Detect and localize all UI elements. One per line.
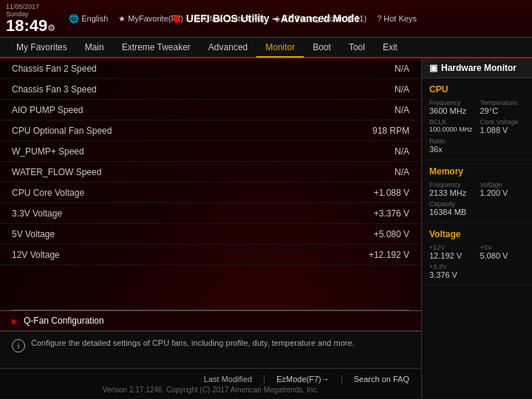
table-row: CPU Optional Fan Speed 918 RPM [0,120,421,141]
chevron-right-icon: ▶ [12,317,18,325]
ezmode-button[interactable]: EzMode(F7)→ [264,375,330,383]
setting-value: +3.376 V [374,208,409,219]
setting-label: WATER_FLOW Speed [12,167,101,177]
hw-cpu-grid: Frequency 3600 MHz Temperature 29°C BCLK… [429,99,525,134]
table-row: WATER_FLOW Speed N/A [0,162,421,183]
header-date: 11/05/2017 [6,3,39,10]
header-time: 18:49⚙ [6,18,55,34]
setting-value: +12.192 V [369,250,409,260]
nav-item-monitor[interactable]: Monitor [256,37,304,58]
hw-cpu-frequency: Frequency 3600 MHz [429,99,474,115]
setting-value: N/A [395,84,409,95]
setting-label: CPU Optional Fan Speed [12,126,112,136]
setting-label: Chassis Fan 2 Speed [12,64,97,74]
nav-item-extreme[interactable]: Extreme Tweaker [113,37,200,58]
hotkeys-icon-item[interactable]: ? Hot Keys [377,14,417,23]
last-modified-label: Last Modified [204,375,252,383]
hw-voltage-section: Voltage +12V 12.192 V +5V 5.080 V +3.3V … [422,223,532,286]
setting-value: N/A [395,167,409,177]
hotkeys-icon: ? [377,14,381,23]
hw-voltage-12v: +12V 12.192 V [429,244,474,260]
hw-voltage-33v: +3.3V 3.376 V [429,263,525,279]
bios-title: ◆ UEFI BIOS Utility – Advanced Mode [172,13,360,24]
qfan-configuration-label: Q-Fan Configuration [24,316,104,326]
setting-label: 12V Voltage [12,250,60,260]
main-panel: Chassis Fan 2 Speed N/A Chassis Fan 3 Sp… [0,58,421,399]
content-area: Chassis Fan 2 Speed N/A Chassis Fan 3 Sp… [0,58,532,399]
hardware-monitor-sidebar: ▣ Hardware Monitor CPU Frequency 3600 MH… [421,58,532,399]
star-icon: ★ [118,14,126,24]
setting-label: AIO PUMP Speed [12,105,83,115]
hw-cpu-section: CPU Frequency 3600 MHz Temperature 29°C … [422,78,532,160]
gear-icon: ⚙ [47,23,55,33]
table-row: 12V Voltage +12.192 V [0,245,421,265]
nav-bar: My Favorites Main Extreme Tweaker Advanc… [0,38,532,58]
setting-label: 3.3V Voltage [12,208,62,219]
hw-cpu-core-voltage: Core Voltage 1.088 V [480,118,525,134]
hw-monitor-title: ▣ Hardware Monitor [422,58,532,78]
footer-top: Last Modified EzMode(F7)→ Search on FAQ [0,373,421,385]
table-row: CPU Core Voltage +1.088 V [0,183,421,203]
hw-memory-frequency: Frequency 2133 MHz [429,181,474,197]
rog-logo: ◆ [172,13,180,24]
header-time-section: 11/05/2017 Sunday 18:49⚙ [6,3,55,34]
search-faq-link[interactable]: Search on FAQ [341,375,409,383]
table-row: AIO PUMP Speed N/A [0,100,421,120]
footer-copyright: Version 2.17.1246. Copyright (C) 2017 Am… [0,385,421,395]
table-row: 5V Voltage +5.080 V [0,224,421,245]
hw-cpu-title: CPU [429,84,525,95]
hw-voltage-grid: +12V 12.192 V +5V 5.080 V [429,244,525,260]
info-bar: i Configure the detailed settings of CPU… [0,331,421,368]
setting-value: N/A [395,105,409,115]
hw-memory-title: Memory [429,166,525,177]
nav-item-advanced[interactable]: Advanced [200,37,256,58]
hw-voltage-title: Voltage [429,229,525,239]
setting-value: +5.080 V [374,229,409,239]
setting-value: N/A [395,146,409,157]
footer: Last Modified EzMode(F7)→ Search on FAQ … [0,368,421,399]
nav-item-boot[interactable]: Boot [304,37,340,58]
nav-item-favorites[interactable]: My Favorites [7,37,76,58]
info-text: Configure the detailed settings of CPU f… [31,338,355,349]
hw-voltage-5v: +5V 5.080 V [480,244,525,260]
hw-cpu-bclk: BCLK 100.0000 MHz [429,118,474,134]
table-row: Chassis Fan 3 Speed N/A [0,79,421,100]
setting-value: +1.088 V [374,188,409,198]
settings-list: Chassis Fan 2 Speed N/A Chassis Fan 3 Sp… [0,58,421,310]
globe-icon: 🌐 [69,14,79,24]
setting-label: 5V Voltage [12,229,55,239]
setting-label: W_PUMP+ Speed [12,146,84,157]
info-icon: i [12,339,25,352]
hotkeys-label: Hot Keys [383,14,417,23]
setting-value: 918 RPM [372,126,409,136]
hw-memory-voltage: Voltage 1.200 V [480,181,525,197]
setting-label: Chassis Fan 3 Speed [12,84,97,95]
hw-memory-grid: Frequency 2133 MHz Voltage 1.200 V [429,181,525,197]
hw-memory-capacity: Capacity 16384 MB [429,200,525,216]
nav-item-tool[interactable]: Tool [340,37,374,58]
setting-value: N/A [395,64,409,74]
hw-cpu-ratio: Ratio 36x [429,137,525,154]
nav-item-exit[interactable]: Exit [374,37,406,58]
nav-item-main[interactable]: Main [76,37,113,58]
table-row: 3.3V Voltage +3.376 V [0,203,421,224]
hw-memory-section: Memory Frequency 2133 MHz Voltage 1.200 … [422,160,532,223]
hw-cpu-temperature: Temperature 29°C [480,99,525,115]
header: 11/05/2017 Sunday 18:49⚙ 🌐 English ★ MyF… [0,0,532,38]
qfan-configuration-row[interactable]: ▶ Q-Fan Configuration [0,310,421,331]
monitor-icon: ▣ [429,63,437,73]
language-label: English [81,14,108,23]
setting-label: CPU Core Voltage [12,188,84,198]
table-row: Chassis Fan 2 Speed N/A [0,58,421,79]
language-icon-item[interactable]: 🌐 English [69,14,108,24]
table-row: W_PUMP+ Speed N/A [0,141,421,162]
